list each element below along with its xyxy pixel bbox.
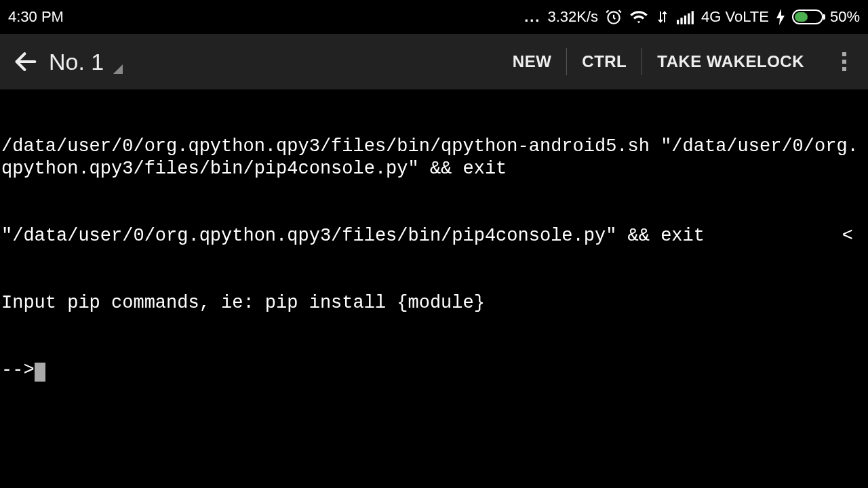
ctrl-button[interactable]: CTRL (567, 48, 642, 75)
svg-rect-3 (684, 16, 686, 24)
cell-signal-icon (677, 9, 694, 24)
battery-percent: 50% (830, 8, 860, 26)
wifi-icon (629, 9, 648, 25)
svg-rect-4 (688, 14, 690, 24)
terminal-text: "/data/user/0/org.qpython.qpy3/files/bin… (1, 225, 705, 247)
network-type-label: 4G VoLTE (701, 8, 769, 26)
alarm-icon (605, 8, 623, 26)
network-speed: 3.32K/s (547, 8, 598, 26)
data-transfer-icon (655, 9, 670, 25)
more-icon: ... (524, 8, 540, 26)
overflow-dot-icon (842, 60, 846, 64)
overflow-dot-icon (842, 52, 846, 56)
back-button[interactable] (7, 43, 45, 81)
overflow-dot-icon (842, 67, 846, 71)
terminal-cursor (35, 363, 45, 382)
arrow-left-icon (12, 48, 39, 75)
svg-rect-5 (692, 11, 694, 24)
new-button[interactable]: NEW (498, 48, 567, 75)
terminal-line: "/data/user/0/org.qpython.qpy3/files/bin… (1, 225, 867, 247)
svg-rect-1 (677, 20, 679, 24)
session-title-label: No. 1 (49, 49, 104, 75)
terminal-line: /data/user/0/org.qpython.qpy3/files/bin/… (1, 136, 867, 180)
terminal-prompt: --> (1, 360, 35, 380)
terminal-prompt-line: --> (1, 359, 867, 382)
charging-icon (776, 9, 785, 25)
status-bar: 4:30 PM ... 3.32K/s 4G VoLTE 50% (0, 0, 868, 34)
terminal-text: < (842, 225, 867, 247)
overflow-menu-button[interactable] (827, 43, 861, 81)
app-bar: No. 1 NEW CTRL TAKE WAKELOCK (0, 34, 868, 89)
terminal-output[interactable]: /data/user/0/org.qpython.qpy3/files/bin/… (0, 89, 868, 488)
svg-rect-2 (680, 18, 682, 24)
session-dropdown[interactable]: No. 1 (49, 49, 123, 75)
battery-icon (792, 9, 823, 24)
wakelock-button[interactable]: TAKE WAKELOCK (642, 48, 819, 75)
clock-time: 4:30 PM (8, 8, 64, 26)
terminal-line: Input pip commands, ie: pip install {mod… (1, 292, 867, 314)
